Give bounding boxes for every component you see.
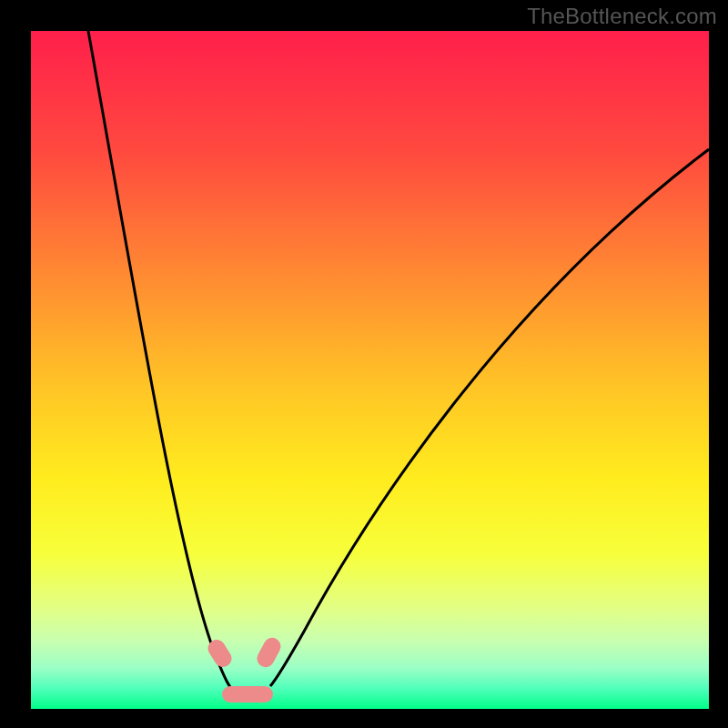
minimum-marker-2 <box>222 686 273 703</box>
curve-right-branch <box>270 149 709 686</box>
plot-area <box>31 31 709 709</box>
watermark-text: TheBottleneck.com <box>527 4 717 29</box>
curve-left-branch <box>88 31 230 687</box>
bottleneck-curve <box>31 31 709 709</box>
